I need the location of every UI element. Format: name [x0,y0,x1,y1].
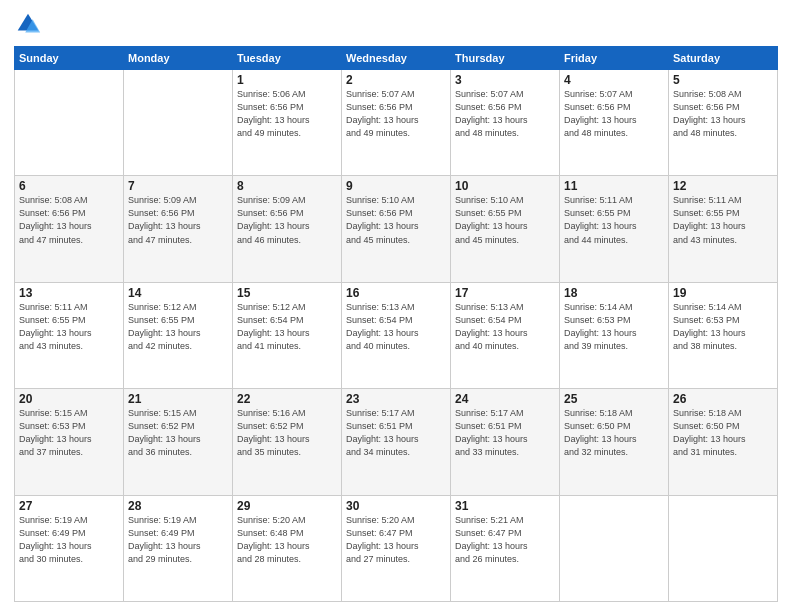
day-number: 16 [346,286,446,300]
day-number: 4 [564,73,664,87]
calendar-cell: 11Sunrise: 5:11 AM Sunset: 6:55 PM Dayli… [560,176,669,282]
day-info: Sunrise: 5:11 AM Sunset: 6:55 PM Dayligh… [564,194,664,246]
day-info: Sunrise: 5:11 AM Sunset: 6:55 PM Dayligh… [19,301,119,353]
calendar-row-4: 27Sunrise: 5:19 AM Sunset: 6:49 PM Dayli… [15,495,778,601]
weekday-header-monday: Monday [124,47,233,70]
day-info: Sunrise: 5:13 AM Sunset: 6:54 PM Dayligh… [455,301,555,353]
calendar-cell [669,495,778,601]
calendar-cell: 1Sunrise: 5:06 AM Sunset: 6:56 PM Daylig… [233,70,342,176]
day-info: Sunrise: 5:19 AM Sunset: 6:49 PM Dayligh… [128,514,228,566]
calendar-cell: 9Sunrise: 5:10 AM Sunset: 6:56 PM Daylig… [342,176,451,282]
calendar-cell [15,70,124,176]
calendar-cell: 26Sunrise: 5:18 AM Sunset: 6:50 PM Dayli… [669,389,778,495]
day-number: 3 [455,73,555,87]
logo [14,10,46,38]
day-info: Sunrise: 5:15 AM Sunset: 6:52 PM Dayligh… [128,407,228,459]
calendar-cell: 25Sunrise: 5:18 AM Sunset: 6:50 PM Dayli… [560,389,669,495]
header [14,10,778,38]
calendar-cell: 15Sunrise: 5:12 AM Sunset: 6:54 PM Dayli… [233,282,342,388]
calendar-cell: 19Sunrise: 5:14 AM Sunset: 6:53 PM Dayli… [669,282,778,388]
day-number: 2 [346,73,446,87]
calendar-cell: 13Sunrise: 5:11 AM Sunset: 6:55 PM Dayli… [15,282,124,388]
day-info: Sunrise: 5:18 AM Sunset: 6:50 PM Dayligh… [673,407,773,459]
calendar-cell: 8Sunrise: 5:09 AM Sunset: 6:56 PM Daylig… [233,176,342,282]
calendar-cell: 7Sunrise: 5:09 AM Sunset: 6:56 PM Daylig… [124,176,233,282]
day-number: 22 [237,392,337,406]
weekday-header-friday: Friday [560,47,669,70]
day-info: Sunrise: 5:08 AM Sunset: 6:56 PM Dayligh… [673,88,773,140]
day-number: 15 [237,286,337,300]
calendar-cell: 24Sunrise: 5:17 AM Sunset: 6:51 PM Dayli… [451,389,560,495]
day-number: 21 [128,392,228,406]
day-number: 9 [346,179,446,193]
logo-icon [14,10,42,38]
day-info: Sunrise: 5:15 AM Sunset: 6:53 PM Dayligh… [19,407,119,459]
calendar-cell: 10Sunrise: 5:10 AM Sunset: 6:55 PM Dayli… [451,176,560,282]
calendar-table: SundayMondayTuesdayWednesdayThursdayFrid… [14,46,778,602]
day-number: 8 [237,179,337,193]
day-number: 24 [455,392,555,406]
day-number: 6 [19,179,119,193]
day-info: Sunrise: 5:11 AM Sunset: 6:55 PM Dayligh… [673,194,773,246]
calendar-cell: 29Sunrise: 5:20 AM Sunset: 6:48 PM Dayli… [233,495,342,601]
day-info: Sunrise: 5:21 AM Sunset: 6:47 PM Dayligh… [455,514,555,566]
day-info: Sunrise: 5:06 AM Sunset: 6:56 PM Dayligh… [237,88,337,140]
day-number: 27 [19,499,119,513]
day-info: Sunrise: 5:07 AM Sunset: 6:56 PM Dayligh… [455,88,555,140]
calendar-row-3: 20Sunrise: 5:15 AM Sunset: 6:53 PM Dayli… [15,389,778,495]
day-number: 29 [237,499,337,513]
calendar-cell: 21Sunrise: 5:15 AM Sunset: 6:52 PM Dayli… [124,389,233,495]
day-number: 5 [673,73,773,87]
day-number: 18 [564,286,664,300]
day-info: Sunrise: 5:09 AM Sunset: 6:56 PM Dayligh… [237,194,337,246]
calendar-row-1: 6Sunrise: 5:08 AM Sunset: 6:56 PM Daylig… [15,176,778,282]
weekday-header-row: SundayMondayTuesdayWednesdayThursdayFrid… [15,47,778,70]
day-number: 19 [673,286,773,300]
day-number: 12 [673,179,773,193]
weekday-header-saturday: Saturday [669,47,778,70]
day-info: Sunrise: 5:17 AM Sunset: 6:51 PM Dayligh… [346,407,446,459]
calendar-cell: 28Sunrise: 5:19 AM Sunset: 6:49 PM Dayli… [124,495,233,601]
page: SundayMondayTuesdayWednesdayThursdayFrid… [0,0,792,612]
day-info: Sunrise: 5:09 AM Sunset: 6:56 PM Dayligh… [128,194,228,246]
calendar-cell: 23Sunrise: 5:17 AM Sunset: 6:51 PM Dayli… [342,389,451,495]
calendar-cell [560,495,669,601]
calendar-cell: 4Sunrise: 5:07 AM Sunset: 6:56 PM Daylig… [560,70,669,176]
weekday-header-sunday: Sunday [15,47,124,70]
day-number: 14 [128,286,228,300]
calendar-cell: 2Sunrise: 5:07 AM Sunset: 6:56 PM Daylig… [342,70,451,176]
day-number: 26 [673,392,773,406]
calendar-cell: 3Sunrise: 5:07 AM Sunset: 6:56 PM Daylig… [451,70,560,176]
calendar-cell: 6Sunrise: 5:08 AM Sunset: 6:56 PM Daylig… [15,176,124,282]
day-number: 11 [564,179,664,193]
calendar-cell: 16Sunrise: 5:13 AM Sunset: 6:54 PM Dayli… [342,282,451,388]
day-number: 7 [128,179,228,193]
day-info: Sunrise: 5:16 AM Sunset: 6:52 PM Dayligh… [237,407,337,459]
day-info: Sunrise: 5:19 AM Sunset: 6:49 PM Dayligh… [19,514,119,566]
calendar-row-0: 1Sunrise: 5:06 AM Sunset: 6:56 PM Daylig… [15,70,778,176]
calendar-cell: 5Sunrise: 5:08 AM Sunset: 6:56 PM Daylig… [669,70,778,176]
day-number: 30 [346,499,446,513]
weekday-header-tuesday: Tuesday [233,47,342,70]
day-info: Sunrise: 5:20 AM Sunset: 6:48 PM Dayligh… [237,514,337,566]
day-info: Sunrise: 5:17 AM Sunset: 6:51 PM Dayligh… [455,407,555,459]
calendar-cell: 12Sunrise: 5:11 AM Sunset: 6:55 PM Dayli… [669,176,778,282]
weekday-header-wednesday: Wednesday [342,47,451,70]
weekday-header-thursday: Thursday [451,47,560,70]
day-number: 23 [346,392,446,406]
day-info: Sunrise: 5:12 AM Sunset: 6:54 PM Dayligh… [237,301,337,353]
day-number: 17 [455,286,555,300]
day-info: Sunrise: 5:10 AM Sunset: 6:55 PM Dayligh… [455,194,555,246]
day-info: Sunrise: 5:14 AM Sunset: 6:53 PM Dayligh… [564,301,664,353]
day-number: 28 [128,499,228,513]
day-info: Sunrise: 5:07 AM Sunset: 6:56 PM Dayligh… [564,88,664,140]
calendar-cell: 17Sunrise: 5:13 AM Sunset: 6:54 PM Dayli… [451,282,560,388]
calendar-cell: 27Sunrise: 5:19 AM Sunset: 6:49 PM Dayli… [15,495,124,601]
day-info: Sunrise: 5:12 AM Sunset: 6:55 PM Dayligh… [128,301,228,353]
day-number: 10 [455,179,555,193]
day-info: Sunrise: 5:18 AM Sunset: 6:50 PM Dayligh… [564,407,664,459]
calendar-cell: 20Sunrise: 5:15 AM Sunset: 6:53 PM Dayli… [15,389,124,495]
calendar-cell: 14Sunrise: 5:12 AM Sunset: 6:55 PM Dayli… [124,282,233,388]
day-info: Sunrise: 5:08 AM Sunset: 6:56 PM Dayligh… [19,194,119,246]
calendar-cell: 30Sunrise: 5:20 AM Sunset: 6:47 PM Dayli… [342,495,451,601]
